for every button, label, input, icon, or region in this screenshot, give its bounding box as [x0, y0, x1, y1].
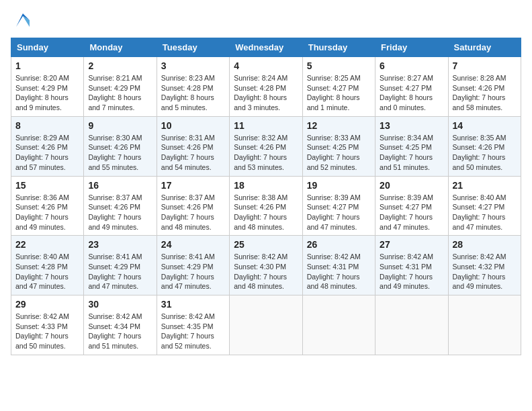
week-row-2: 8 Sunrise: 8:29 AM Sunset: 4:26 PM Dayli…: [11, 116, 521, 176]
day-info: Sunrise: 8:38 AM Sunset: 4:26 PM Dayligh…: [234, 193, 298, 232]
day-info: Sunrise: 8:42 AM Sunset: 4:30 PM Dayligh…: [234, 252, 298, 291]
day-info: Sunrise: 8:30 AM Sunset: 4:26 PM Dayligh…: [88, 133, 152, 173]
day-info: Sunrise: 8:36 AM Sunset: 4:26 PM Dayligh…: [15, 193, 79, 232]
day-cell: 19 Sunrise: 8:39 AM Sunset: 4:27 PM Dayl…: [302, 176, 375, 236]
day-cell: 6 Sunrise: 8:27 AM Sunset: 4:27 PM Dayli…: [375, 57, 448, 117]
day-number: 11: [234, 120, 298, 131]
week-row-4: 22 Sunrise: 8:40 AM Sunset: 4:28 PM Dayl…: [11, 236, 521, 295]
day-cell: 29 Sunrise: 8:42 AM Sunset: 4:33 PM Dayl…: [11, 295, 84, 355]
day-info: Sunrise: 8:33 AM Sunset: 4:25 PM Dayligh…: [307, 133, 371, 173]
day-number: 31: [161, 299, 225, 310]
day-number: 19: [307, 180, 371, 191]
day-cell: 26 Sunrise: 8:42 AM Sunset: 4:31 PM Dayl…: [302, 236, 375, 295]
day-cell: 9 Sunrise: 8:30 AM Sunset: 4:26 PM Dayli…: [84, 116, 157, 176]
day-info: Sunrise: 8:34 AM Sunset: 4:25 PM Dayligh…: [380, 133, 443, 173]
day-info: Sunrise: 8:37 AM Sunset: 4:26 PM Dayligh…: [161, 193, 225, 232]
weekday-header-monday: Monday: [84, 38, 157, 57]
day-cell: 11 Sunrise: 8:32 AM Sunset: 4:26 PM Dayl…: [230, 116, 302, 176]
day-number: 27: [380, 239, 443, 250]
day-info: Sunrise: 8:42 AM Sunset: 4:34 PM Dayligh…: [88, 312, 152, 351]
header: [11, 11, 521, 30]
day-number: 15: [15, 180, 79, 191]
day-number: 1: [15, 60, 79, 71]
day-cell: 3 Sunrise: 8:23 AM Sunset: 4:28 PM Dayli…: [157, 57, 229, 117]
week-row-5: 29 Sunrise: 8:42 AM Sunset: 4:33 PM Dayl…: [11, 295, 521, 355]
day-number: 4: [234, 60, 298, 71]
weekday-header-thursday: Thursday: [302, 38, 375, 57]
day-number: 9: [88, 120, 152, 131]
day-cell: 31 Sunrise: 8:42 AM Sunset: 4:35 PM Dayl…: [157, 295, 229, 355]
day-info: Sunrise: 8:32 AM Sunset: 4:26 PM Dayligh…: [234, 133, 298, 173]
day-cell: 24 Sunrise: 8:41 AM Sunset: 4:29 PM Dayl…: [157, 236, 229, 295]
day-info: Sunrise: 8:42 AM Sunset: 4:33 PM Dayligh…: [15, 312, 79, 351]
day-cell: 15 Sunrise: 8:36 AM Sunset: 4:26 PM Dayl…: [11, 176, 84, 236]
day-cell: 7 Sunrise: 8:28 AM Sunset: 4:26 PM Dayli…: [448, 57, 521, 117]
week-row-1: 1 Sunrise: 8:20 AM Sunset: 4:29 PM Dayli…: [11, 57, 521, 117]
weekday-header-sunday: Sunday: [11, 38, 84, 57]
calendar-table: SundayMondayTuesdayWednesdayThursdayFrid…: [11, 38, 521, 355]
day-info: Sunrise: 8:39 AM Sunset: 4:27 PM Dayligh…: [380, 193, 443, 232]
day-cell: 1 Sunrise: 8:20 AM Sunset: 4:29 PM Dayli…: [11, 57, 84, 117]
day-info: Sunrise: 8:20 AM Sunset: 4:29 PM Dayligh…: [15, 73, 79, 113]
day-info: Sunrise: 8:29 AM Sunset: 4:26 PM Dayligh…: [15, 133, 79, 173]
day-number: 29: [15, 299, 79, 310]
day-number: 10: [161, 120, 225, 131]
day-info: Sunrise: 8:42 AM Sunset: 4:32 PM Dayligh…: [453, 252, 517, 291]
weekday-header-wednesday: Wednesday: [230, 38, 302, 57]
day-number: 22: [15, 239, 79, 250]
day-cell: 22 Sunrise: 8:40 AM Sunset: 4:28 PM Dayl…: [11, 236, 84, 295]
day-number: 14: [453, 120, 517, 131]
day-cell: [375, 295, 448, 355]
day-info: Sunrise: 8:41 AM Sunset: 4:29 PM Dayligh…: [88, 252, 152, 291]
day-number: 16: [88, 180, 152, 191]
day-number: 7: [453, 60, 517, 71]
day-info: Sunrise: 8:27 AM Sunset: 4:27 PM Dayligh…: [380, 73, 443, 113]
day-number: 24: [161, 239, 225, 250]
day-cell: [302, 295, 375, 355]
day-cell: 5 Sunrise: 8:25 AM Sunset: 4:27 PM Dayli…: [302, 57, 375, 117]
weekday-header-row: SundayMondayTuesdayWednesdayThursdayFrid…: [11, 38, 521, 57]
day-cell: 25 Sunrise: 8:42 AM Sunset: 4:30 PM Dayl…: [230, 236, 302, 295]
day-info: Sunrise: 8:21 AM Sunset: 4:29 PM Dayligh…: [88, 73, 152, 113]
day-info: Sunrise: 8:40 AM Sunset: 4:28 PM Dayligh…: [15, 252, 79, 291]
day-info: Sunrise: 8:31 AM Sunset: 4:26 PM Dayligh…: [161, 133, 225, 173]
day-number: 30: [88, 299, 152, 310]
day-cell: 4 Sunrise: 8:24 AM Sunset: 4:28 PM Dayli…: [230, 57, 302, 117]
weekday-header-friday: Friday: [375, 38, 448, 57]
day-cell: 10 Sunrise: 8:31 AM Sunset: 4:26 PM Dayl…: [157, 116, 229, 176]
day-cell: 8 Sunrise: 8:29 AM Sunset: 4:26 PM Dayli…: [11, 116, 84, 176]
day-cell: 18 Sunrise: 8:38 AM Sunset: 4:26 PM Dayl…: [230, 176, 302, 236]
day-number: 3: [161, 60, 225, 71]
day-number: 12: [307, 120, 371, 131]
day-info: Sunrise: 8:42 AM Sunset: 4:31 PM Dayligh…: [307, 252, 371, 291]
day-number: 20: [380, 180, 443, 191]
day-number: 25: [234, 239, 298, 250]
logo: [11, 11, 32, 30]
weekday-header-saturday: Saturday: [448, 38, 521, 57]
day-number: 28: [453, 239, 517, 250]
day-cell: 28 Sunrise: 8:42 AM Sunset: 4:32 PM Dayl…: [448, 236, 521, 295]
day-cell: 12 Sunrise: 8:33 AM Sunset: 4:25 PM Dayl…: [302, 116, 375, 176]
day-info: Sunrise: 8:41 AM Sunset: 4:29 PM Dayligh…: [161, 252, 225, 291]
day-info: Sunrise: 8:23 AM Sunset: 4:28 PM Dayligh…: [161, 73, 225, 113]
day-number: 18: [234, 180, 298, 191]
day-cell: 27 Sunrise: 8:42 AM Sunset: 4:31 PM Dayl…: [375, 236, 448, 295]
day-info: Sunrise: 8:35 AM Sunset: 4:26 PM Dayligh…: [453, 133, 517, 173]
day-cell: [230, 295, 302, 355]
day-cell: 17 Sunrise: 8:37 AM Sunset: 4:26 PM Dayl…: [157, 176, 229, 236]
day-cell: 14 Sunrise: 8:35 AM Sunset: 4:26 PM Dayl…: [448, 116, 521, 176]
week-row-3: 15 Sunrise: 8:36 AM Sunset: 4:26 PM Dayl…: [11, 176, 521, 236]
day-number: 26: [307, 239, 371, 250]
day-number: 6: [380, 60, 443, 71]
day-cell: [448, 295, 521, 355]
day-number: 21: [453, 180, 517, 191]
day-number: 13: [380, 120, 443, 131]
day-info: Sunrise: 8:42 AM Sunset: 4:31 PM Dayligh…: [380, 252, 443, 291]
day-cell: 21 Sunrise: 8:40 AM Sunset: 4:27 PM Dayl…: [448, 176, 521, 236]
day-info: Sunrise: 8:37 AM Sunset: 4:26 PM Dayligh…: [88, 193, 152, 232]
day-cell: 13 Sunrise: 8:34 AM Sunset: 4:25 PM Dayl…: [375, 116, 448, 176]
day-info: Sunrise: 8:39 AM Sunset: 4:27 PM Dayligh…: [307, 193, 371, 232]
day-number: 23: [88, 239, 152, 250]
day-info: Sunrise: 8:40 AM Sunset: 4:27 PM Dayligh…: [453, 193, 517, 232]
day-number: 2: [88, 60, 152, 71]
